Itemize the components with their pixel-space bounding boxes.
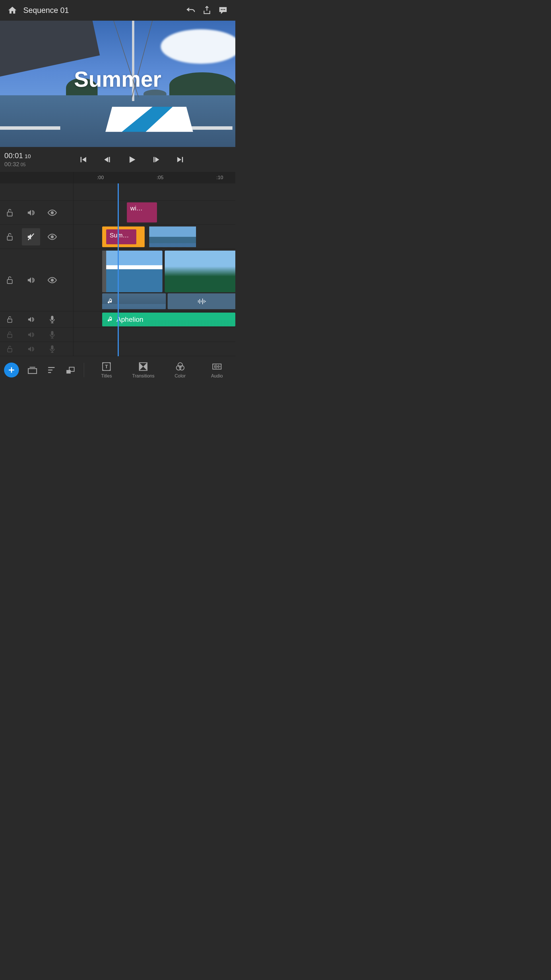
track-head-spacer bbox=[0, 183, 73, 200]
track-head bbox=[0, 342, 73, 356]
sequence-title[interactable]: Sequence 01 bbox=[23, 6, 180, 15]
lock-icon[interactable] bbox=[5, 275, 14, 285]
playhead[interactable] bbox=[118, 183, 119, 356]
svg-point-8 bbox=[51, 212, 53, 214]
svg-rect-23 bbox=[51, 331, 54, 335]
speaker-icon[interactable] bbox=[26, 275, 36, 285]
go-start-icon[interactable] bbox=[79, 155, 88, 164]
color-panel-button[interactable]: Color bbox=[166, 361, 195, 379]
svg-rect-28 bbox=[28, 369, 37, 374]
svg-text:T: T bbox=[105, 364, 108, 369]
home-icon[interactable] bbox=[7, 5, 17, 16]
video-clip[interactable] bbox=[165, 251, 235, 292]
track-head bbox=[0, 312, 73, 327]
eye-icon[interactable] bbox=[48, 208, 57, 217]
svg-line-39 bbox=[103, 370, 103, 370]
lock-icon[interactable] bbox=[5, 232, 14, 242]
timecode: 00:0110 00:3205 bbox=[3, 151, 31, 168]
project-icon[interactable] bbox=[27, 364, 38, 375]
ruler-spacer bbox=[0, 172, 73, 183]
title-overlay: Summer bbox=[0, 67, 235, 92]
audio-icon bbox=[212, 361, 222, 372]
svg-line-38 bbox=[110, 363, 110, 363]
undo-icon[interactable] bbox=[186, 5, 196, 16]
crop-icon[interactable] bbox=[65, 364, 76, 375]
ruler-mark: :05 bbox=[157, 175, 164, 181]
lock-icon[interactable] bbox=[5, 344, 14, 354]
speaker-icon[interactable] bbox=[26, 208, 36, 217]
speaker-icon[interactable] bbox=[26, 344, 36, 354]
transport-controls bbox=[31, 155, 232, 164]
track-content[interactable]: wi… bbox=[73, 200, 235, 224]
svg-rect-20 bbox=[8, 319, 12, 322]
mute-icon[interactable] bbox=[22, 228, 40, 245]
audio-clip[interactable] bbox=[168, 293, 235, 309]
clip-handle[interactable] bbox=[102, 251, 106, 292]
svg-rect-6 bbox=[182, 157, 183, 162]
eye-icon[interactable] bbox=[48, 232, 57, 242]
play-icon[interactable] bbox=[127, 155, 137, 164]
mic-icon[interactable] bbox=[48, 330, 57, 339]
step-forward-icon[interactable] bbox=[151, 155, 161, 164]
eye-icon[interactable] bbox=[48, 275, 57, 285]
mic-icon[interactable] bbox=[48, 344, 57, 354]
video-clip[interactable] bbox=[102, 251, 162, 292]
mic-icon[interactable] bbox=[48, 315, 57, 324]
svg-rect-25 bbox=[51, 345, 54, 350]
track-head bbox=[0, 225, 73, 248]
title-clip[interactable]: wi… bbox=[127, 202, 157, 223]
svg-rect-3 bbox=[80, 157, 81, 162]
svg-point-1 bbox=[222, 9, 224, 10]
timeline[interactable]: wi… Sum… bbox=[0, 183, 235, 356]
svg-rect-7 bbox=[7, 212, 12, 216]
share-icon[interactable] bbox=[202, 5, 212, 16]
track-content[interactable] bbox=[73, 328, 235, 342]
svg-point-13 bbox=[51, 279, 53, 281]
music-clip[interactable]: Aphelion bbox=[102, 313, 235, 326]
lock-icon[interactable] bbox=[5, 330, 14, 339]
svg-rect-12 bbox=[7, 279, 12, 283]
bottom-bar: T Titles Transitions Color Audio bbox=[0, 356, 235, 382]
waveform bbox=[102, 304, 166, 309]
preview-window[interactable]: Summer bbox=[0, 21, 235, 147]
track-head bbox=[0, 328, 73, 342]
top-bar: Sequence 01 bbox=[0, 0, 235, 21]
preview-boat bbox=[105, 107, 193, 132]
speaker-icon[interactable] bbox=[26, 315, 36, 324]
transitions-icon bbox=[138, 361, 148, 372]
titles-icon: T bbox=[101, 361, 112, 372]
track-content bbox=[73, 183, 235, 200]
transitions-panel-button[interactable]: Transitions bbox=[129, 361, 157, 379]
step-back-icon[interactable] bbox=[103, 155, 113, 164]
svg-rect-21 bbox=[51, 316, 54, 320]
divider bbox=[84, 363, 84, 377]
go-end-icon[interactable] bbox=[175, 155, 185, 164]
track-content[interactable]: Aphelion bbox=[73, 312, 235, 327]
timecode-current: 00:0110 bbox=[4, 151, 31, 160]
svg-point-0 bbox=[221, 9, 222, 10]
video-thumbnail-clip[interactable] bbox=[149, 226, 196, 247]
titles-panel-button[interactable]: T Titles bbox=[92, 361, 121, 379]
edit-icon[interactable] bbox=[46, 364, 57, 375]
audio-clip[interactable] bbox=[102, 293, 166, 309]
comment-icon[interactable] bbox=[218, 5, 228, 16]
svg-point-2 bbox=[224, 9, 225, 10]
title-clip[interactable]: Sum… bbox=[106, 229, 136, 244]
lock-icon[interactable] bbox=[5, 208, 14, 217]
svg-rect-5 bbox=[153, 157, 154, 162]
track-content[interactable] bbox=[73, 249, 235, 311]
audio-panel-button[interactable]: Audio bbox=[203, 361, 231, 379]
track-content[interactable]: Sum… bbox=[73, 225, 235, 248]
svg-rect-22 bbox=[8, 334, 12, 337]
speaker-icon[interactable] bbox=[26, 330, 36, 339]
track-content[interactable] bbox=[73, 342, 235, 356]
add-button[interactable] bbox=[4, 363, 19, 377]
ruler-marks: :00 :05 :10 bbox=[73, 172, 235, 183]
ruler-mark: :10 bbox=[216, 175, 223, 181]
lock-icon[interactable] bbox=[5, 315, 14, 324]
timeline-ruler[interactable]: :00 :05 :10 bbox=[0, 172, 235, 183]
playback-bar: 00:0110 00:3205 bbox=[0, 147, 235, 172]
svg-line-40 bbox=[110, 370, 110, 370]
timecode-duration: 00:3205 bbox=[4, 161, 31, 168]
track-head bbox=[0, 200, 73, 224]
